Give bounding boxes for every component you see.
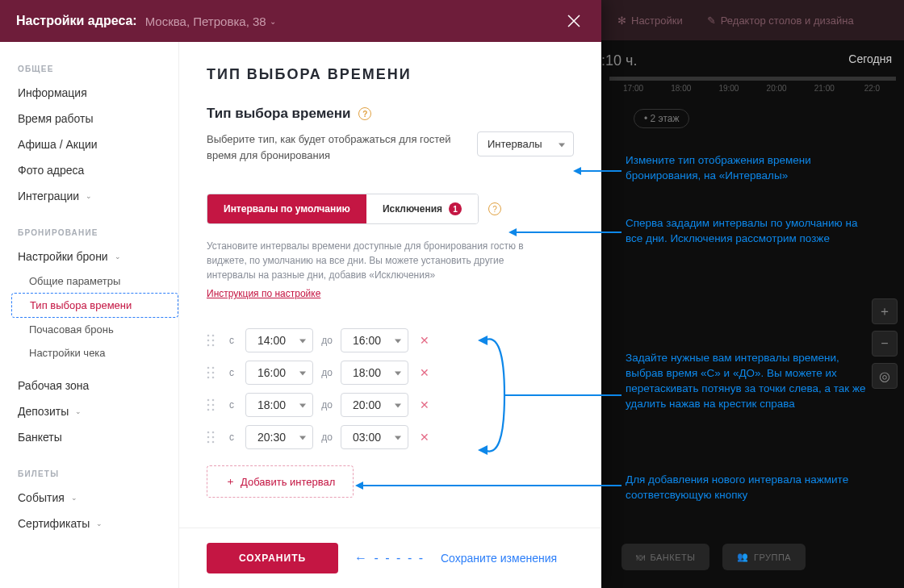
address-dropdown[interactable]: Москва, Петровка, 38 ⌄: [145, 15, 276, 28]
svg-point-23: [212, 441, 215, 444]
bg-time: :10 ч.: [601, 52, 653, 69]
svg-point-2: [207, 340, 210, 342]
segmented-control: Интервалы по умолчанию Исключения 1: [207, 194, 479, 224]
settings-modal: Настройки адреса: Москва, Петровка, 38 ⌄…: [0, 0, 601, 588]
side-item-integrations[interactable]: Интеграции⌄: [0, 183, 178, 209]
chevron-down-icon: ⌄: [115, 252, 121, 261]
bg-group-btn: 👥ГРУППА: [722, 544, 806, 570]
help-icon[interactable]: ?: [488, 202, 501, 215]
modal-header: Настройки адреса: Москва, Петровка, 38 ⌄: [0, 0, 601, 42]
help-icon[interactable]: ?: [358, 107, 371, 120]
to-time-select[interactable]: 18:00: [341, 361, 408, 385]
chevron-down-icon: ⌄: [75, 407, 82, 415]
from-label: с: [226, 335, 237, 346]
drag-handle-icon[interactable]: [207, 334, 218, 347]
side-item-events[interactable]: События⌄: [0, 485, 178, 511]
tab-default-intervals[interactable]: Интервалы по умолчанию: [207, 194, 366, 223]
instructions-link[interactable]: Инструкция по настройке: [207, 288, 320, 299]
side-item-photo[interactable]: Фото адреса: [0, 157, 178, 183]
group-icon: 👥: [737, 552, 749, 562]
interval-row: с 18:00 до 20:00 ✕: [207, 393, 574, 417]
side-item-promo[interactable]: Афиша / Акции: [0, 131, 178, 157]
to-time-select[interactable]: 20:00: [341, 393, 408, 417]
svg-point-6: [207, 367, 210, 369]
tab-exceptions[interactable]: Исключения 1: [366, 194, 478, 223]
interval-row: с 14:00 до 16:00 ✕: [207, 328, 574, 352]
side-sub-hourly[interactable]: Почасовая бронь: [11, 318, 178, 341]
svg-point-1: [212, 335, 215, 337]
svg-point-19: [212, 432, 215, 434]
side-group-tickets: БИЛЕТЫ: [0, 463, 178, 485]
svg-point-8: [207, 372, 210, 374]
side-group-booking: БРОНИРОВАНИЕ: [0, 222, 178, 244]
drag-handle-icon[interactable]: [207, 398, 218, 411]
from-label: с: [226, 399, 237, 411]
side-item-deposits[interactable]: Депозиты⌄: [0, 398, 178, 424]
bg-editor-link: ✎ Редактор столов и дизайна: [707, 15, 854, 27]
svg-point-16: [207, 409, 210, 411]
add-interval-button[interactable]: ＋ Добавить интервал: [207, 465, 354, 498]
bg-tick: 21:00: [801, 77, 848, 93]
chevron-down-icon: ⌄: [86, 192, 92, 200]
bg-editor-label: Редактор столов и дизайна: [721, 15, 854, 27]
bg-banquets-btn: 🍽БАНКЕТЫ: [622, 544, 709, 570]
remove-interval-button[interactable]: ✕: [416, 366, 433, 379]
side-item-info[interactable]: Информация: [0, 80, 178, 106]
page-title: ТИП ВЫБОРА ВРЕМЕНИ: [207, 66, 574, 83]
bg-tick: 18:00: [657, 77, 705, 93]
svg-point-18: [207, 432, 210, 434]
time-type-select[interactable]: Интервалы: [477, 131, 574, 156]
modal-body: ОБЩЕЕ Информация Время работы Афиша / Ак…: [0, 42, 601, 588]
to-label: до: [321, 432, 333, 443]
remove-interval-button[interactable]: ✕: [416, 334, 433, 347]
from-time-select[interactable]: 14:00: [245, 328, 313, 352]
from-time-select[interactable]: 20:30: [245, 425, 313, 449]
svg-point-21: [212, 436, 215, 439]
chevron-down-icon: ⌄: [71, 494, 77, 502]
to-label: до: [321, 335, 333, 346]
pencil-icon: ✎: [707, 15, 716, 27]
side-subitems: Общие параметры Тип выбора времени Почас…: [0, 269, 178, 365]
remove-interval-button[interactable]: ✕: [416, 398, 433, 411]
chevron-down-icon: ⌄: [96, 519, 103, 528]
bg-ticks: 17:00 18:00 19:00 20:00 21:00 22:0: [609, 77, 896, 93]
intervals-hint: Установите интервалы времени доступные д…: [207, 239, 529, 282]
side-item-booking-settings[interactable]: Настройки брони⌄: [0, 244, 178, 269]
from-time-select[interactable]: 16:00: [245, 361, 313, 385]
locate-icon: ◎: [872, 363, 898, 389]
side-sub-general[interactable]: Общие параметры: [11, 269, 178, 293]
from-time-select[interactable]: 18:00: [245, 393, 313, 417]
to-time-select[interactable]: 03:00: [341, 425, 408, 449]
svg-point-9: [212, 372, 215, 374]
side-item-certs[interactable]: Сертификаты⌄: [0, 511, 178, 536]
side-item-hours[interactable]: Время работы: [0, 106, 178, 131]
bg-bottom-buttons: 🍽БАНКЕТЫ 👥ГРУППА: [622, 544, 806, 570]
bg-settings-link: ✻ Настройки: [617, 15, 683, 27]
to-time-select[interactable]: 16:00: [341, 328, 408, 352]
drag-handle-icon[interactable]: [207, 366, 218, 379]
tabs-row: Интервалы по умолчанию Исключения 1 ?: [207, 194, 574, 224]
main-content: ТИП ВЫБОРА ВРЕМЕНИ Тип выбора времени ? …: [179, 42, 601, 528]
side-sub-receipt[interactable]: Настройки чека: [11, 341, 178, 365]
svg-point-14: [207, 404, 210, 407]
modal-footer: СОХРАНИТЬ ← - - - - - Сохраните изменени…: [179, 528, 601, 588]
remove-interval-button[interactable]: ✕: [416, 431, 433, 444]
to-label: до: [321, 399, 333, 411]
side-sub-timetype[interactable]: Тип выбора времени: [11, 293, 178, 318]
drag-handle-icon[interactable]: [207, 431, 218, 444]
svg-point-11: [212, 377, 215, 379]
svg-point-0: [207, 335, 210, 337]
bg-tick: 22:0: [848, 77, 896, 93]
side-item-banquets[interactable]: Банкеты: [0, 424, 178, 450]
interval-row: с 16:00 до 18:00 ✕: [207, 361, 574, 385]
save-button[interactable]: СОХРАНИТЬ: [207, 543, 338, 573]
svg-point-7: [212, 367, 215, 369]
bg-zoom-controls: ＋ − ◎: [872, 298, 898, 389]
chevron-down-icon: ⌄: [270, 17, 276, 26]
modal-title: Настройки адреса:: [16, 14, 137, 28]
close-button[interactable]: [563, 10, 585, 32]
side-item-workzone[interactable]: Рабочая зона: [0, 373, 178, 398]
from-label: с: [226, 367, 237, 378]
zoom-in-icon: ＋: [872, 298, 898, 324]
bg-tick: 20:00: [753, 77, 801, 93]
